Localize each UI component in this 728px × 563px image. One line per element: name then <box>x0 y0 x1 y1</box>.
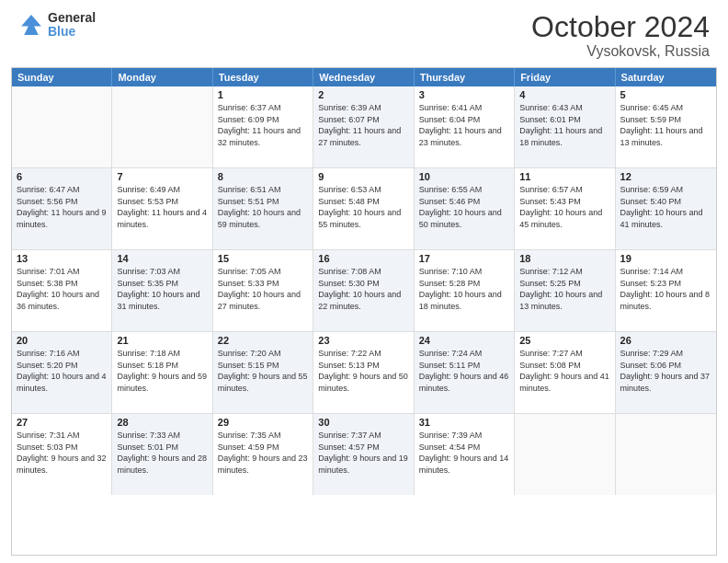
logo-icon <box>18 12 44 38</box>
calendar-cell: 19Sunrise: 7:14 AMSunset: 5:23 PMDayligh… <box>616 250 716 331</box>
day-number: 14 <box>117 253 207 264</box>
calendar-cell: 7Sunrise: 6:49 AMSunset: 5:53 PMDaylight… <box>112 168 212 249</box>
day-info: Sunrise: 6:45 AMSunset: 5:59 PMDaylight:… <box>620 102 711 148</box>
calendar-week: 6Sunrise: 6:47 AMSunset: 5:56 PMDaylight… <box>12 168 716 250</box>
calendar-header-row: SundayMondayTuesdayWednesdayThursdayFrid… <box>12 68 716 86</box>
day-info: Sunrise: 7:12 AMSunset: 5:25 PMDaylight:… <box>519 266 609 312</box>
day-number: 16 <box>318 253 408 264</box>
logo-general-text: General <box>48 11 96 25</box>
calendar-cell: 10Sunrise: 6:55 AMSunset: 5:46 PMDayligh… <box>415 168 515 249</box>
calendar-cell: 1Sunrise: 6:37 AMSunset: 6:09 PMDaylight… <box>213 86 313 167</box>
calendar-cell: 31Sunrise: 7:39 AMSunset: 4:54 PMDayligh… <box>415 414 515 495</box>
day-info: Sunrise: 7:29 AMSunset: 5:06 PMDaylight:… <box>620 348 711 394</box>
calendar-header-cell: Tuesday <box>213 68 313 86</box>
calendar-cell: 20Sunrise: 7:16 AMSunset: 5:20 PMDayligh… <box>12 332 112 413</box>
day-number: 1 <box>218 89 308 100</box>
calendar-header-cell: Monday <box>112 68 212 86</box>
day-number: 28 <box>117 417 207 428</box>
calendar-cell: 21Sunrise: 7:18 AMSunset: 5:18 PMDayligh… <box>112 332 212 413</box>
day-info: Sunrise: 7:20 AMSunset: 5:15 PMDaylight:… <box>218 348 308 394</box>
calendar-cell: 18Sunrise: 7:12 AMSunset: 5:25 PMDayligh… <box>515 250 615 331</box>
day-number: 27 <box>17 417 107 428</box>
day-info: Sunrise: 6:59 AMSunset: 5:40 PMDaylight:… <box>620 184 711 230</box>
svg-marker-0 <box>21 16 41 36</box>
day-info: Sunrise: 7:03 AMSunset: 5:35 PMDaylight:… <box>117 266 207 312</box>
location-title: Vysokovsk, Russia <box>531 43 710 60</box>
day-info: Sunrise: 6:43 AMSunset: 6:01 PMDaylight:… <box>519 102 609 148</box>
logo-blue-text: Blue <box>48 25 96 39</box>
day-number: 4 <box>519 89 609 100</box>
month-title: October 2024 <box>531 11 710 43</box>
day-info: Sunrise: 7:01 AMSunset: 5:38 PMDaylight:… <box>17 266 107 312</box>
day-info: Sunrise: 7:16 AMSunset: 5:20 PMDaylight:… <box>17 348 107 394</box>
calendar-cell: 8Sunrise: 6:51 AMSunset: 5:51 PMDaylight… <box>213 168 313 249</box>
calendar-header-cell: Friday <box>515 68 615 86</box>
calendar-cell: 14Sunrise: 7:03 AMSunset: 5:35 PMDayligh… <box>112 250 212 331</box>
day-info: Sunrise: 7:27 AMSunset: 5:08 PMDaylight:… <box>519 348 609 394</box>
calendar-cell: 11Sunrise: 6:57 AMSunset: 5:43 PMDayligh… <box>515 168 615 249</box>
day-number: 9 <box>318 171 408 182</box>
day-number: 15 <box>218 253 308 264</box>
calendar-cell: 16Sunrise: 7:08 AMSunset: 5:30 PMDayligh… <box>313 250 414 331</box>
calendar-header-cell: Thursday <box>415 68 515 86</box>
day-info: Sunrise: 7:35 AMSunset: 4:59 PMDaylight:… <box>218 430 308 476</box>
day-info: Sunrise: 6:49 AMSunset: 5:53 PMDaylight:… <box>117 184 207 230</box>
day-info: Sunrise: 7:18 AMSunset: 5:18 PMDaylight:… <box>117 348 207 394</box>
calendar-cell: 25Sunrise: 7:27 AMSunset: 5:08 PMDayligh… <box>515 332 615 413</box>
day-number: 30 <box>318 417 408 428</box>
calendar-cell: 13Sunrise: 7:01 AMSunset: 5:38 PMDayligh… <box>12 250 112 331</box>
day-number: 20 <box>17 335 107 346</box>
day-number: 11 <box>519 171 609 182</box>
calendar-week: 1Sunrise: 6:37 AMSunset: 6:09 PMDaylight… <box>12 86 716 168</box>
calendar-cell: 2Sunrise: 6:39 AMSunset: 6:07 PMDaylight… <box>313 86 414 167</box>
day-number: 7 <box>117 171 207 182</box>
calendar-cell <box>616 414 716 495</box>
day-number: 17 <box>419 253 509 264</box>
day-number: 13 <box>17 253 107 264</box>
calendar-week: 27Sunrise: 7:31 AMSunset: 5:03 PMDayligh… <box>12 414 716 495</box>
day-info: Sunrise: 6:47 AMSunset: 5:56 PMDaylight:… <box>17 184 107 230</box>
day-info: Sunrise: 7:10 AMSunset: 5:28 PMDaylight:… <box>419 266 509 312</box>
day-info: Sunrise: 6:55 AMSunset: 5:46 PMDaylight:… <box>419 184 509 230</box>
calendar-cell: 4Sunrise: 6:43 AMSunset: 6:01 PMDaylight… <box>515 86 615 167</box>
day-number: 5 <box>620 89 711 100</box>
day-number: 2 <box>318 89 408 100</box>
header: General Blue October 2024 Vysokovsk, Rus… <box>0 0 728 67</box>
title-block: October 2024 Vysokovsk, Russia <box>531 11 710 60</box>
day-number: 8 <box>218 171 308 182</box>
day-number: 31 <box>419 417 509 428</box>
calendar-cell <box>112 86 212 167</box>
calendar-cell: 9Sunrise: 6:53 AMSunset: 5:48 PMDaylight… <box>313 168 414 249</box>
day-info: Sunrise: 7:39 AMSunset: 4:54 PMDaylight:… <box>419 430 509 476</box>
calendar-cell <box>12 86 112 167</box>
day-number: 6 <box>17 171 107 182</box>
calendar-cell: 5Sunrise: 6:45 AMSunset: 5:59 PMDaylight… <box>616 86 716 167</box>
calendar-cell: 15Sunrise: 7:05 AMSunset: 5:33 PMDayligh… <box>213 250 313 331</box>
calendar-header-cell: Sunday <box>12 68 112 86</box>
day-number: 25 <box>519 335 609 346</box>
calendar-cell: 26Sunrise: 7:29 AMSunset: 5:06 PMDayligh… <box>616 332 716 413</box>
calendar-cell: 27Sunrise: 7:31 AMSunset: 5:03 PMDayligh… <box>12 414 112 495</box>
logo: General Blue <box>18 11 96 40</box>
page: General Blue October 2024 Vysokovsk, Rus… <box>0 0 728 563</box>
calendar-body: 1Sunrise: 6:37 AMSunset: 6:09 PMDaylight… <box>12 86 716 495</box>
calendar-cell: 3Sunrise: 6:41 AMSunset: 6:04 PMDaylight… <box>415 86 515 167</box>
day-number: 10 <box>419 171 509 182</box>
calendar-cell: 28Sunrise: 7:33 AMSunset: 5:01 PMDayligh… <box>112 414 212 495</box>
day-info: Sunrise: 7:22 AMSunset: 5:13 PMDaylight:… <box>318 348 408 394</box>
day-number: 3 <box>419 89 509 100</box>
calendar-cell: 29Sunrise: 7:35 AMSunset: 4:59 PMDayligh… <box>213 414 313 495</box>
calendar-header-cell: Saturday <box>616 68 716 86</box>
day-info: Sunrise: 7:33 AMSunset: 5:01 PMDaylight:… <box>117 430 207 476</box>
calendar-cell: 30Sunrise: 7:37 AMSunset: 4:57 PMDayligh… <box>313 414 414 495</box>
day-info: Sunrise: 6:37 AMSunset: 6:09 PMDaylight:… <box>218 102 308 148</box>
calendar-cell: 24Sunrise: 7:24 AMSunset: 5:11 PMDayligh… <box>415 332 515 413</box>
day-info: Sunrise: 7:05 AMSunset: 5:33 PMDaylight:… <box>218 266 308 312</box>
day-info: Sunrise: 6:57 AMSunset: 5:43 PMDaylight:… <box>519 184 609 230</box>
day-number: 21 <box>117 335 207 346</box>
day-info: Sunrise: 6:41 AMSunset: 6:04 PMDaylight:… <box>419 102 509 148</box>
day-info: Sunrise: 6:39 AMSunset: 6:07 PMDaylight:… <box>318 102 408 148</box>
calendar-cell: 12Sunrise: 6:59 AMSunset: 5:40 PMDayligh… <box>616 168 716 249</box>
day-number: 24 <box>419 335 509 346</box>
day-info: Sunrise: 6:51 AMSunset: 5:51 PMDaylight:… <box>218 184 308 230</box>
